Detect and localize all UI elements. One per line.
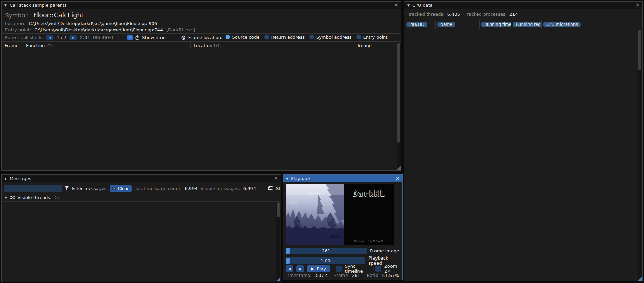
- collapse-icon[interactable]: ▼: [4, 177, 7, 180]
- location-line: Location: C:\Users\wolf\Desktop\darkrl\s…: [5, 21, 157, 26]
- prev-frame-button[interactable]: ◀: [286, 265, 293, 272]
- message-filter-input[interactable]: [4, 185, 62, 192]
- messages-toolbar: Filter messages Clear Total message coun…: [2, 184, 281, 193]
- filter-funnel-icon: [65, 186, 69, 190]
- frame-image: DarkRL Version: 15c455ee76: [286, 184, 394, 245]
- total-count-label: Total message count:: [135, 186, 182, 191]
- tracked-processes-label: Tracked processes:: [465, 12, 507, 17]
- header-frame[interactable]: Frame: [2, 42, 23, 49]
- frame-slider-row: 261 Frame image: [286, 248, 399, 254]
- next-frame-button[interactable]: ▶: [296, 265, 304, 272]
- cpu-data-panel: ▼ CPU data × Tracked threads: 6,435 Trac…: [404, 1, 643, 281]
- playback-controls-row: ◀ ▶ ▶ Play Sync timeline Zoom 2×: [286, 264, 402, 274]
- total-count: 6,994: [185, 186, 197, 191]
- cpu-stats-row: Tracked threads: 6,435 Tracked processes…: [408, 12, 518, 17]
- radio-return-address[interactable]: Return address: [264, 35, 305, 40]
- frame-value: 261: [352, 273, 361, 278]
- intro-screen: DarkRL Version: 15c455ee76: [344, 184, 394, 245]
- parent-label: Parent call stack:: [5, 35, 43, 40]
- header-name[interactable]: Name: [436, 20, 480, 29]
- ratio-value: 51.57%: [382, 273, 399, 278]
- playback-titlebar[interactable]: ▼ Playback ×: [283, 175, 402, 182]
- header-pid-tid[interactable]: PID/TID: [405, 20, 436, 29]
- next-stack-button[interactable]: ▶: [69, 35, 77, 40]
- radio-label: Entry point: [363, 35, 388, 40]
- header-cpu-migrations[interactable]: CPU migrations: [542, 20, 642, 29]
- stack-time-pct: (86.46%): [93, 35, 113, 40]
- close-icon[interactable]: ×: [274, 176, 278, 181]
- playback-status-row: Timestamp: 3.07 s Frame: 261 Ratio: 51.5…: [286, 273, 399, 278]
- parent-callstack-toolbar: Parent call stack: ◀ 1 / 7 ▶ 2:31 (86.46…: [2, 33, 401, 42]
- panel-title: Messages: [10, 176, 31, 181]
- callstack-table-header: Frame Function (?) Location (?) Image: [2, 42, 401, 49]
- messages-list: [2, 201, 280, 281]
- messages-scrollbar[interactable]: [276, 202, 280, 281]
- version-text: Version: 15c455ee76: [344, 240, 394, 243]
- zoom-2x-checkbox[interactable]: [375, 266, 381, 272]
- divider: [404, 19, 642, 19]
- radio-icon: [264, 35, 269, 39]
- forest-image: [286, 184, 344, 245]
- close-icon[interactable]: ×: [635, 3, 640, 8]
- header-location[interactable]: Location (?): [191, 42, 355, 49]
- prev-stack-button[interactable]: ◀: [46, 35, 54, 40]
- hint-icon: (?): [46, 43, 52, 48]
- cpu-table-body: [405, 29, 642, 275]
- collapse-icon[interactable]: ▼: [286, 177, 288, 180]
- playback-speed-slider[interactable]: 1.00: [286, 257, 365, 264]
- visible-count-label: Visible messages:: [201, 186, 240, 191]
- radio-symbol-address[interactable]: Symbol address: [309, 35, 352, 40]
- sync-timeline-label: Sync timeline: [345, 264, 371, 274]
- resize-grip[interactable]: [397, 166, 401, 170]
- speed-slider-value: 1.00: [286, 257, 365, 264]
- cpu-table-header: PID/TID Name Running time Running region…: [405, 20, 642, 29]
- play-icon: ▶: [311, 266, 314, 271]
- callstack-titlebar[interactable]: ▼ Call stack sample parents ×: [2, 2, 401, 9]
- radio-icon: [356, 35, 361, 39]
- messages-titlebar[interactable]: ▼ Messages ×: [2, 175, 281, 182]
- timestamp-label: Timestamp:: [286, 273, 312, 278]
- entry-image: [DarkRL.exe]: [166, 27, 195, 32]
- close-icon[interactable]: ×: [395, 176, 400, 181]
- radio-label: Source code: [232, 35, 259, 40]
- entry-label: Entry point:: [5, 27, 31, 32]
- header-running-regions[interactable]: Running regions: [511, 20, 542, 29]
- frame-location-radios: Source codeReturn addressSymbol addressE…: [225, 35, 392, 41]
- resize-grip[interactable]: [276, 277, 280, 281]
- radio-icon: [309, 35, 314, 39]
- header-image[interactable]: Image: [355, 42, 401, 49]
- cpu-titlebar[interactable]: ▼ CPU data ×: [404, 2, 642, 9]
- radio-source-code[interactable]: Source code: [225, 35, 259, 40]
- visible-threads-row: ▶ Visible threads: (5): [2, 194, 281, 201]
- cpu-scrollbar[interactable]: [638, 29, 642, 280]
- at-icon: @: [181, 35, 186, 40]
- clear-button[interactable]: Clear: [110, 185, 132, 192]
- header-function[interactable]: Function (?): [23, 42, 191, 49]
- location-label: Location:: [5, 21, 25, 26]
- game-logo: DarkRL: [344, 189, 394, 198]
- radio-label: Symbol address: [316, 35, 352, 40]
- tracked-threads-value: 6,435: [447, 12, 460, 17]
- frame-slider-value: 261: [286, 248, 367, 254]
- visible-count: 6,994: [243, 186, 256, 191]
- close-icon[interactable]: ×: [394, 3, 398, 8]
- show-time-checkbox[interactable]: ✓: [127, 35, 133, 40]
- radio-label: Return address: [271, 35, 305, 40]
- zoom-2x-label: Zoom 2×: [384, 264, 402, 274]
- symbol-label: Symbol:: [5, 12, 29, 19]
- collapse-icon[interactable]: ▼: [4, 4, 7, 7]
- filter-label: Filter messages: [72, 186, 107, 191]
- resize-grip[interactable]: [638, 277, 642, 281]
- frame-image-label: Frame image: [370, 248, 399, 253]
- play-button[interactable]: ▶ Play: [307, 265, 330, 272]
- entry-point-line: Entry point: C:\Users\wolf\Desktop\darkr…: [5, 27, 195, 32]
- frame-image-slider[interactable]: 261: [286, 248, 367, 254]
- show-images-label: Show images: [276, 186, 281, 191]
- expander-icon[interactable]: ▶: [5, 196, 7, 199]
- header-running-time[interactable]: Running time: [480, 20, 511, 29]
- callstack-scrollbar[interactable]: [397, 42, 401, 170]
- collapse-icon[interactable]: ▼: [407, 4, 410, 7]
- shuffle-icon[interactable]: [10, 196, 15, 199]
- sync-timeline-checkbox[interactable]: [336, 266, 342, 272]
- radio-entry-point[interactable]: Entry point: [356, 35, 388, 40]
